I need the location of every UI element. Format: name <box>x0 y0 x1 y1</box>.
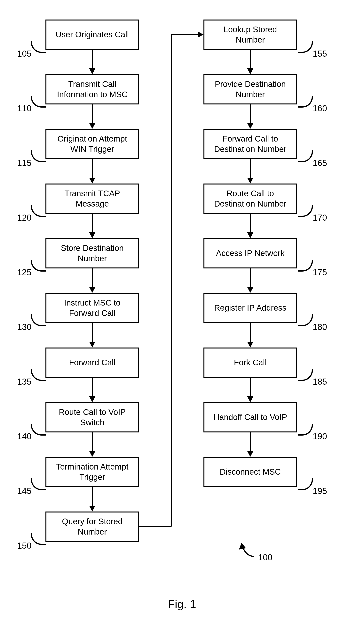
ref-figure: 100 <box>258 552 272 562</box>
ref-hook-icon <box>31 96 46 108</box>
box-label: Lookup Stored Number <box>208 25 292 45</box>
box-115: Origination Attempt WIN Trigger <box>46 129 139 159</box>
box-170: Route Call to Destination Number <box>204 184 297 214</box>
ref-hook-icon <box>298 314 313 326</box>
box-190: Handoff Call to VoIP <box>204 402 297 432</box>
ref-105: 105 <box>17 49 32 59</box>
svg-marker-13 <box>89 396 96 402</box>
arrow-down-icon <box>250 268 251 293</box>
ref-hook-icon <box>298 424 313 436</box>
box-label: Termination Attempt Trigger <box>50 462 134 482</box>
box-160: Provide Destination Number <box>204 74 297 104</box>
box-label: Query for Stored Number <box>50 516 134 537</box>
arrow-down-icon <box>250 432 251 457</box>
ref-190: 190 <box>313 432 327 441</box>
ref-hook-icon <box>31 205 46 217</box>
box-label: Disconnect MSC <box>220 467 281 477</box>
ref-hook-icon <box>298 96 313 108</box>
arrow-down-icon <box>250 323 251 348</box>
ref-155: 155 <box>313 49 327 59</box>
ref-hook-icon <box>298 478 313 490</box>
ref-160: 160 <box>313 104 327 113</box>
box-150: Query for Stored Number <box>46 511 139 542</box>
box-label: Origination Attempt WIN Trigger <box>50 134 134 154</box>
svg-marker-17 <box>89 506 96 511</box>
box-195: Disconnect MSC <box>204 457 297 487</box>
arrow-down-icon <box>92 104 93 129</box>
box-label: Store Destination Number <box>50 243 134 263</box>
arrow-down-icon <box>92 378 93 402</box>
svg-marker-15 <box>89 451 96 457</box>
box-155: Lookup Stored Number <box>204 20 297 50</box>
svg-marker-19 <box>247 68 254 74</box>
box-105: User Originates Call <box>46 20 139 50</box>
svg-marker-38 <box>239 543 246 550</box>
box-140: Route Call to VoIP Switch <box>46 402 139 432</box>
ref-185: 185 <box>313 377 327 387</box>
box-165: Forward Call to Destination Number <box>204 129 297 159</box>
box-label: Fork Call <box>234 358 267 368</box>
arrow-down-icon <box>250 104 251 129</box>
arrow-down-icon <box>92 323 93 348</box>
svg-marker-5 <box>89 178 96 184</box>
box-label: Forward Call <box>69 358 116 368</box>
arrow-down-icon <box>250 214 251 238</box>
arrow-down-icon <box>92 159 93 184</box>
box-130: Instruct MSC to Forward Call <box>46 293 139 323</box>
ref-hook-icon <box>31 150 46 162</box>
ref-hook-icon <box>31 369 46 381</box>
ref-hook-icon <box>236 539 260 558</box>
box-label: Instruct MSC to Forward Call <box>50 298 134 318</box>
box-label: Forward Call to Destination Number <box>208 134 292 154</box>
ref-145: 145 <box>17 486 32 496</box>
ref-125: 125 <box>17 267 32 277</box>
ref-hook-icon <box>31 260 46 271</box>
box-180: Register IP Address <box>204 293 297 323</box>
svg-marker-37 <box>198 32 204 38</box>
ref-195: 195 <box>313 486 327 496</box>
svg-marker-33 <box>247 451 254 457</box>
box-label: Register IP Address <box>214 303 286 313</box>
box-125: Store Destination Number <box>46 238 139 268</box>
svg-marker-21 <box>247 123 254 129</box>
box-185: Fork Call <box>204 348 297 378</box>
figure-label: Fig. 1 <box>168 597 196 610</box>
ref-140: 140 <box>17 432 32 441</box>
flowchart-diagram: User Originates Call Transmit Call Infor… <box>8 12 356 627</box>
svg-marker-7 <box>89 232 96 238</box>
box-120: Transmit TCAP Message <box>46 184 139 214</box>
ref-175: 175 <box>313 267 327 277</box>
ref-115: 115 <box>17 158 32 168</box>
ref-hook-icon <box>298 260 313 271</box>
svg-marker-31 <box>247 396 254 402</box>
box-label: Transmit TCAP Message <box>50 188 134 209</box>
ref-hook-icon <box>298 369 313 381</box>
svg-marker-29 <box>247 342 254 348</box>
svg-marker-23 <box>247 178 254 184</box>
ref-150: 150 <box>17 541 32 551</box>
ref-130: 130 <box>17 322 32 332</box>
box-label: Access IP Network <box>216 248 284 258</box>
box-145: Termination Attempt Trigger <box>46 457 139 487</box>
ref-hook-icon <box>298 205 313 217</box>
arrow-down-icon <box>92 50 93 74</box>
ref-hook-icon <box>31 314 46 326</box>
box-label: Transmit Call Information to MSC <box>50 79 134 100</box>
arrow-connector-icon <box>139 20 209 535</box>
box-label: Handoff Call to VoIP <box>214 412 287 423</box>
box-label: Route Call to Destination Number <box>208 188 292 209</box>
svg-marker-1 <box>89 68 96 74</box>
ref-120: 120 <box>17 213 32 223</box>
ref-hook-icon <box>31 41 46 53</box>
arrow-down-icon <box>92 214 93 238</box>
svg-marker-3 <box>89 123 96 129</box>
box-110: Transmit Call Information to MSC <box>46 74 139 104</box>
ref-hook-icon <box>298 150 313 162</box>
box-label: User Originates Call <box>56 30 129 40</box>
ref-170: 170 <box>313 213 327 223</box>
arrow-down-icon <box>92 268 93 293</box>
svg-marker-27 <box>247 287 254 293</box>
box-135: Forward Call <box>46 348 139 378</box>
arrow-down-icon <box>250 50 251 74</box>
svg-marker-9 <box>89 287 96 293</box>
